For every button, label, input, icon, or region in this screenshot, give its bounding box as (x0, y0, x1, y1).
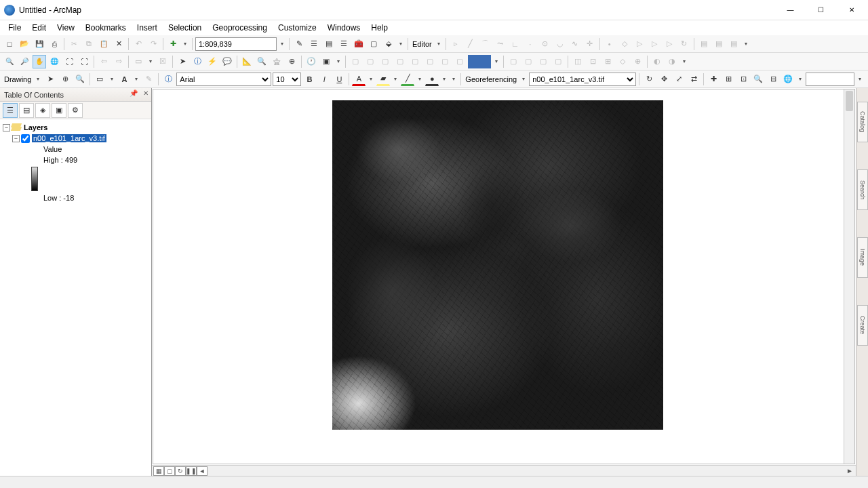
edit-arc[interactable]: ⌒ (479, 37, 492, 51)
font-size-select[interactable]: 10 (273, 73, 301, 86)
geom-9[interactable]: ⊕ (631, 55, 644, 68)
time-slider-button[interactable]: 🕐 (304, 55, 318, 68)
menu-view[interactable]: View (52, 21, 80, 35)
edit-cut-poly[interactable]: ▷ (648, 37, 661, 51)
menu-windows[interactable]: Windows (322, 21, 366, 35)
refresh-button[interactable]: ↻ (175, 466, 186, 476)
georeferencing-dropdown[interactable]: ▾ (519, 73, 528, 86)
georef-rotate-button[interactable]: ↻ (642, 73, 656, 86)
forward-extent-button[interactable]: ⇨ (112, 55, 125, 68)
select-elements-button[interactable]: ➤ (176, 55, 189, 68)
save-button[interactable] (33, 37, 46, 51)
edit-right-angle[interactable]: ∟ (509, 37, 522, 51)
select-graphics-button[interactable]: ➤ (43, 73, 57, 86)
edit-vertices[interactable]: ◇ (618, 37, 631, 51)
menu-help[interactable]: Help (366, 21, 393, 35)
edit-intersection[interactable]: ✛ (583, 37, 597, 51)
menu-file[interactable]: File (3, 21, 26, 35)
georef-delete-link[interactable]: ⊟ (766, 73, 780, 86)
marker-color-button[interactable]: ● (425, 73, 439, 86)
search-window-button[interactable]: ☰ (337, 37, 351, 51)
create-viewer-button[interactable]: ▣ (319, 55, 333, 68)
data-view-button[interactable]: ▦ (153, 466, 164, 476)
layout-view-button[interactable]: ▢ (164, 466, 175, 476)
geom-8[interactable]: ◇ (616, 55, 629, 68)
edit-sketch-props[interactable]: ▤ (712, 37, 726, 51)
marker-color-dropdown[interactable]: ▾ (440, 73, 448, 86)
shape-dropdown[interactable]: ▾ (108, 73, 116, 86)
georef-auto-registration[interactable]: ⊞ (722, 73, 735, 86)
georef-viewer-dropdown[interactable]: ▾ (796, 73, 804, 86)
map-scale-input[interactable] (195, 37, 277, 51)
font-color-button[interactable]: A (352, 73, 366, 86)
copy-button[interactable] (82, 37, 96, 51)
modelbuilder-button[interactable]: ⬙ (382, 37, 395, 51)
go-to-xy-button[interactable]: ⊕ (285, 55, 298, 68)
menu-selection[interactable]: Selection (163, 21, 207, 35)
topo-1[interactable]: ▢ (349, 55, 362, 68)
menu-bookmarks[interactable]: Bookmarks (80, 21, 132, 35)
rectangle-tool[interactable]: ▭ (93, 73, 106, 86)
open-button[interactable] (18, 37, 31, 51)
geom-7[interactable]: ⊞ (601, 55, 614, 68)
redo-button[interactable] (146, 37, 160, 51)
underline-button[interactable]: U (332, 73, 346, 86)
zoom-in-button[interactable] (3, 55, 16, 68)
topo-2[interactable]: ▢ (363, 55, 377, 68)
italic-button[interactable]: I (317, 73, 331, 86)
layer-name[interactable]: n00_e101_1arc_v3.tif (32, 134, 106, 142)
scroll-left-button[interactable]: ◄ (197, 466, 208, 476)
topo-6[interactable]: ▢ (423, 55, 437, 68)
editor-dropdown[interactable]: ▾ (435, 37, 443, 51)
layer-visibility-checkbox[interactable] (21, 134, 30, 143)
paste-button[interactable] (97, 37, 111, 51)
edit-bezier[interactable]: ∿ (568, 37, 582, 51)
georef-viewer[interactable]: 🌐 (781, 73, 795, 86)
bold-button[interactable]: B (302, 73, 316, 86)
html-popup-button[interactable]: 💬 (220, 55, 234, 68)
font-name-select[interactable]: Arial (176, 73, 271, 86)
fixed-zoom-out-button[interactable]: ⛶ (77, 55, 91, 68)
font-color-dropdown[interactable]: ▾ (367, 73, 375, 86)
georeferencing-label[interactable]: Georeferencing (464, 75, 518, 83)
topo-3[interactable]: ▢ (378, 55, 392, 68)
edit-rotate[interactable]: ↻ (677, 37, 691, 51)
geom-10[interactable]: ◐ (650, 55, 664, 68)
toc-list-by-source[interactable]: ▤ (19, 103, 34, 118)
georef-shift-button[interactable]: ✥ (657, 73, 671, 86)
zoom-graphics-button[interactable]: 🔍 (73, 73, 87, 86)
linked-pan-dropdown[interactable]: ▾ (492, 55, 500, 68)
georef-layer-select[interactable]: n00_e101_1arc_v3.tif (529, 73, 636, 86)
layers-expander[interactable]: − (3, 124, 10, 131)
print-button[interactable] (47, 37, 61, 51)
add-data-dropdown[interactable]: ▾ (181, 37, 189, 51)
pause-drawing-button[interactable]: ❚❚ (186, 466, 197, 476)
arctoolbox-button[interactable]: 🧰 (352, 37, 366, 51)
edit-straight[interactable]: ╱ (464, 37, 477, 51)
toolbar-overflow-1[interactable]: ▾ (397, 37, 405, 51)
catalog-window-button[interactable]: ▤ (322, 37, 336, 51)
edit-attributes[interactable]: ▤ (697, 37, 711, 51)
georef-zoom-link[interactable]: 🔍 (751, 73, 765, 86)
find-button[interactable]: 🔍 (255, 55, 269, 68)
toc-list-by-visibility[interactable]: ◈ (35, 103, 50, 118)
clear-selection-button[interactable]: ☒ (156, 55, 170, 68)
delete-button[interactable] (112, 37, 125, 51)
drawing-label[interactable]: Drawing (3, 75, 33, 83)
horizontal-scrollbar[interactable]: ▦ ▢ ↻ ❚❚ ◄ ► (152, 465, 856, 476)
close-button[interactable]: ✕ (836, 1, 867, 20)
dock-tab-catalog[interactable]: Catalog (857, 102, 868, 142)
toc-pin-button[interactable]: 📌 (130, 89, 138, 97)
drawing-dropdown[interactable]: ▾ (34, 73, 42, 86)
menu-customize[interactable]: Customize (273, 21, 322, 35)
georef-add-control-points[interactable]: ✚ (707, 73, 720, 86)
geom-11[interactable]: ◑ (665, 55, 679, 68)
editor-toolbar-button[interactable] (292, 37, 306, 51)
georef-overflow[interactable]: ▾ (856, 73, 864, 86)
python-window-button[interactable]: ▢ (367, 37, 380, 51)
fill-color-button[interactable]: ▰ (376, 73, 390, 86)
edit-end-point[interactable]: ⊙ (538, 37, 552, 51)
editor-label[interactable]: Editor (411, 40, 433, 48)
toolbar2-overflow[interactable]: ▾ (680, 55, 688, 68)
geom-5[interactable]: ◫ (571, 55, 585, 68)
